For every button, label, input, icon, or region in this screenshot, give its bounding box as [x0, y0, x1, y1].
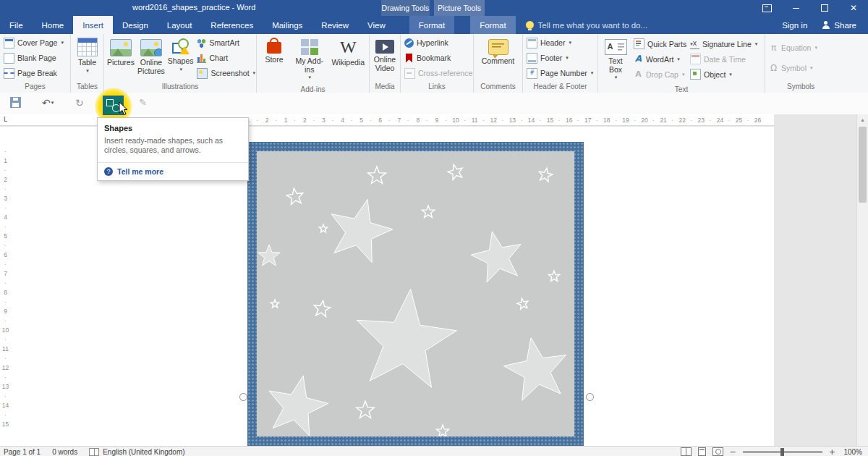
shapes-tooltip: Shapes Insert ready-made shapes, such as… [97, 117, 249, 181]
resize-handle-right[interactable] [586, 393, 594, 401]
tab-file[interactable]: File [0, 16, 33, 34]
tab-mailings[interactable]: Mailings [263, 16, 312, 34]
language-indicator[interactable]: English (United Kingdom) [89, 448, 184, 456]
store-button[interactable]: Store [258, 35, 290, 84]
online-video-button[interactable]: Online Video [371, 35, 399, 81]
object-button[interactable]: Object▾ [688, 67, 763, 82]
close-button[interactable]: ✕ [839, 0, 868, 16]
online-pictures-button[interactable]: Online Pictures [136, 35, 166, 81]
hyperlink-button[interactable]: Hyperlink [402, 35, 472, 50]
bookmark-icon [406, 54, 412, 63]
pictures-button[interactable]: Pictures [106, 35, 136, 81]
ruler-number: 2 [295, 117, 314, 124]
tab-design[interactable]: Design [113, 16, 158, 34]
ribbon-group-pages: Cover Page▾ Blank Page Page Break Pages [0, 34, 71, 93]
tell-me-box[interactable]: Tell me what you want to do... [526, 16, 648, 34]
ruler-number: 20 [635, 117, 654, 124]
ruler-number: 23 [692, 117, 710, 124]
lightbulb-icon [526, 21, 534, 29]
web-layout-button[interactable] [712, 447, 723, 456]
word-count[interactable]: 0 words [52, 448, 77, 456]
signature-line-button[interactable]: xSignature Line▾ [688, 37, 763, 51]
drop-cap-icon: A [634, 69, 643, 79]
quick-parts-button[interactable]: Quick Parts▾ [631, 37, 688, 51]
maximize-button[interactable] [810, 0, 839, 16]
screenshot-button[interactable]: Screenshot▾ [195, 66, 257, 80]
blank-page-button[interactable]: Blank Page [1, 51, 69, 65]
my-add-ins-button[interactable]: My Add-ins ▾ [290, 35, 329, 84]
table-button[interactable]: Table ▾ [72, 35, 102, 81]
tab-layout[interactable]: Layout [158, 16, 202, 34]
tab-format-drawing-tools[interactable]: Format [409, 16, 454, 34]
equation-icon: π [769, 43, 778, 53]
tab-insert[interactable]: Insert [73, 16, 113, 34]
sign-in-button[interactable]: Sign in [782, 21, 807, 30]
text-box-button[interactable]: A Text Box ▾ [600, 35, 631, 84]
window-controls: ✕ [752, 0, 868, 16]
ruler-number: 25 [729, 117, 748, 124]
share-button[interactable]: Share [822, 21, 856, 30]
wikipedia-label: Wikipedia [331, 59, 365, 67]
cover-page-label: Cover Page [17, 38, 57, 47]
page-break-label: Page Break [17, 69, 57, 77]
minimize-button[interactable] [781, 0, 810, 16]
page-number-button[interactable]: #Page Number▾ [524, 66, 596, 80]
online-pictures-icon [140, 39, 162, 56]
screenshot-label: Screenshot [210, 69, 249, 77]
title-bar: word2016_shapes_practice - Word Drawing … [0, 0, 868, 16]
tooltip-title: Shapes [104, 124, 242, 132]
cover-page-button[interactable]: Cover Page▾ [1, 35, 69, 50]
tab-stop-selector[interactable]: L [0, 114, 12, 126]
tab-format-picture-tools[interactable]: Format [470, 16, 515, 34]
redo-button[interactable]: ↻ [75, 97, 84, 109]
footer-button[interactable]: Footer▾ [524, 51, 596, 65]
touch-mouse-mode-button[interactable]: ✎ [139, 97, 147, 108]
tell-me-more-link[interactable]: Tell me more [117, 167, 163, 176]
footer-icon [527, 53, 537, 64]
zoom-level[interactable]: 100% [842, 448, 862, 456]
vertical-scrollbar[interactable]: ▴ [856, 114, 868, 446]
star-shape [517, 298, 528, 309]
star-picture[interactable] [247, 142, 584, 446]
tab-home[interactable]: Home [33, 16, 74, 34]
zoom-out-button[interactable]: − [730, 447, 736, 456]
tab-review[interactable]: Review [312, 16, 358, 34]
read-mode-button[interactable] [681, 447, 692, 456]
chevron-down-icon: ▾ [729, 72, 732, 77]
chart-button[interactable]: Chart [195, 51, 257, 65]
ruler-number: 6 [371, 117, 390, 124]
undo-button[interactable]: ↶▾ [42, 97, 54, 109]
status-bar-right: − + 100% [681, 447, 868, 456]
smartart-button[interactable]: SmartArt [195, 35, 257, 50]
page-break-button[interactable]: Page Break [1, 66, 69, 80]
vertical-ruler[interactable]: 123456789101112131415 [0, 127, 12, 446]
group-label-links: Links [401, 82, 473, 93]
save-button[interactable] [10, 97, 21, 108]
chart-icon [197, 53, 206, 63]
ruler-number: 24 [710, 117, 729, 124]
tab-references[interactable]: References [201, 16, 263, 34]
scrollbar-thumb[interactable] [859, 127, 867, 203]
ribbon-display-options-button[interactable] [752, 0, 781, 16]
page-number-label: Page Number [540, 69, 587, 77]
zoom-slider-thumb[interactable] [780, 448, 784, 456]
zoom-slider[interactable] [743, 451, 822, 453]
ruler-number: 16 [560, 117, 579, 124]
wordart-button[interactable]: AWordArt▾ [631, 52, 688, 67]
wikipedia-button[interactable]: W Wikipedia [328, 35, 367, 84]
zoom-in-button[interactable]: + [829, 447, 835, 456]
chevron-down-icon: ▾ [308, 74, 311, 83]
scroll-up-arrow-icon[interactable]: ▴ [857, 114, 868, 125]
page-indicator[interactable]: Page 1 of 1 [4, 448, 41, 456]
shapes-button[interactable]: Shapes ▾ [166, 35, 195, 81]
resize-handle-left[interactable] [239, 393, 247, 401]
tab-view[interactable]: View [358, 16, 395, 34]
group-label-pages: Pages [0, 82, 70, 93]
print-layout-button[interactable] [698, 447, 706, 456]
star-shape [258, 245, 280, 266]
header-button[interactable]: Header▾ [524, 35, 596, 50]
bookmark-button[interactable]: Bookmark [402, 51, 472, 65]
comment-button[interactable]: Comment [475, 35, 521, 81]
tell-me-label: Tell me what you want to do... [538, 21, 648, 30]
text-box-icon: A [605, 39, 627, 55]
